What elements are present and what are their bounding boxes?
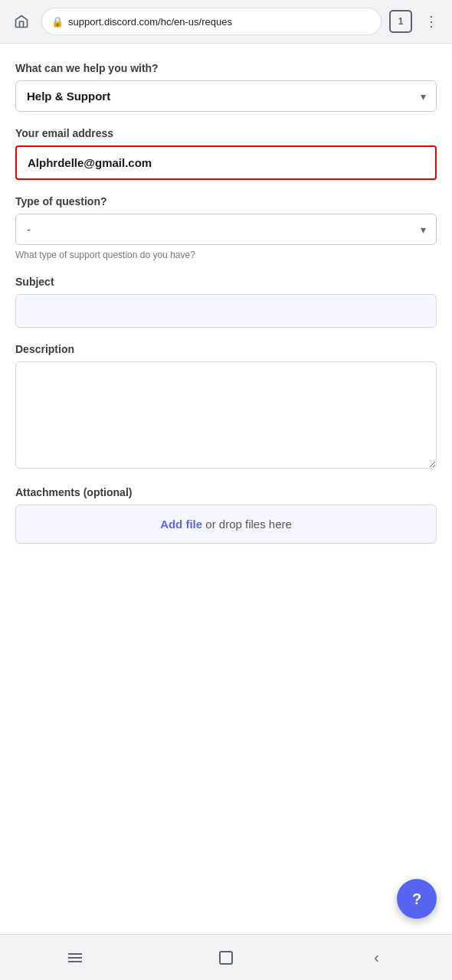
home-nav-button[interactable] <box>207 942 245 973</box>
lock-icon: 🔒 <box>51 16 64 28</box>
attachments-section: Attachments (optional) Add file or drop … <box>15 486 437 544</box>
email-input[interactable] <box>15 145 437 180</box>
help-category-section: What can we help you with? Help & Suppor… <box>15 62 437 112</box>
help-category-wrapper: Help & Support ▾ <box>15 80 437 112</box>
question-type-section: Type of question? - ▾ What type of suppo… <box>15 195 437 260</box>
more-options-button[interactable]: ⋮ <box>420 10 443 33</box>
question-type-select[interactable]: - <box>15 214 437 245</box>
question-type-wrapper: - ▾ <box>15 214 437 245</box>
tab-count[interactable]: 1 <box>389 10 412 33</box>
page-content: What can we help you with? Help & Suppor… <box>0 44 452 934</box>
address-bar[interactable]: 🔒 support.discord.com/hc/en-us/reques <box>41 8 382 35</box>
home-button[interactable] <box>9 9 34 34</box>
subject-input[interactable] <box>15 294 437 328</box>
back-arrow-icon: ‹ <box>374 949 379 966</box>
question-mark-icon: ? <box>412 890 421 908</box>
help-fab-button[interactable]: ? <box>397 879 437 919</box>
browser-chrome: 🔒 support.discord.com/hc/en-us/reques 1 … <box>0 0 452 44</box>
subject-section: Subject <box>15 276 437 328</box>
description-textarea[interactable] <box>15 361 437 469</box>
description-label: Description <box>15 343 437 355</box>
recent-apps-icon <box>68 953 82 962</box>
recent-apps-button[interactable] <box>56 942 94 973</box>
url-text: support.discord.com/hc/en-us/reques <box>68 16 232 28</box>
attachments-label: Attachments (optional) <box>15 486 437 498</box>
subject-label: Subject <box>15 276 437 288</box>
attachments-drop-text: or drop files here <box>202 518 292 531</box>
description-section: Description <box>15 343 437 471</box>
question-type-hint: What type of support question do you hav… <box>15 250 437 260</box>
help-category-label: What can we help you with? <box>15 62 437 74</box>
attachments-dropzone[interactable]: Add file or drop files here <box>15 505 437 544</box>
email-section: Your email address <box>15 127 437 180</box>
bottom-nav: ‹ <box>0 934 452 980</box>
add-file-link[interactable]: Add file <box>160 518 202 531</box>
help-category-select[interactable]: Help & Support <box>15 80 437 112</box>
email-label: Your email address <box>15 127 437 139</box>
question-type-label: Type of question? <box>15 195 437 207</box>
back-button[interactable]: ‹ <box>358 942 396 973</box>
home-square-icon <box>219 951 233 965</box>
